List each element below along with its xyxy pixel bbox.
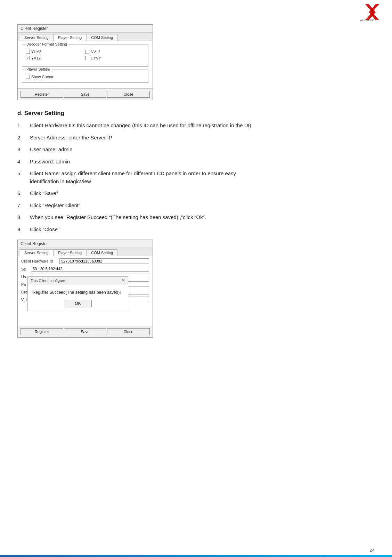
- svg-text:we connect: we connect: [360, 18, 374, 22]
- ok-button[interactable]: OK: [64, 300, 91, 307]
- decoder-group-title: Decoder Format Setting: [25, 42, 68, 46]
- list-item: 6. Click “Save”: [17, 189, 375, 197]
- list-num-4: 4.: [17, 158, 30, 166]
- list-num-7: 7.: [17, 202, 30, 210]
- tips-title: Tips:Client configure: [31, 278, 65, 283]
- list-text-5: Client Name: assign different client nam…: [30, 170, 375, 185]
- list-text-6: Click “Save”: [30, 189, 375, 197]
- checkbox-show-cursor[interactable]: [26, 75, 30, 79]
- list-text-7: Click “Register Client”: [30, 202, 375, 210]
- ok-btn-row: OK: [33, 300, 123, 307]
- list-num-3: 3.: [17, 146, 30, 154]
- checkbox-yv12[interactable]: [26, 56, 30, 60]
- dialog2-footer: Register Save Close: [18, 326, 153, 337]
- dialog2-titlebar: Client Register: [18, 240, 153, 248]
- list-item: 7. Click “Register Client”: [17, 202, 375, 210]
- list-text-4: Password: admin: [30, 158, 375, 166]
- page-content: Client Register Server Setting Player Se…: [0, 0, 392, 352]
- list-num-2: 2.: [17, 134, 30, 142]
- bottom-bar: [0, 555, 392, 557]
- tab-server-setting[interactable]: Server Setting: [20, 34, 53, 41]
- list-text-3: User name: admin: [30, 146, 375, 154]
- server-input[interactable]: [31, 266, 149, 272]
- register-button[interactable]: Register: [21, 91, 63, 98]
- tab-player-setting[interactable]: Player Setting: [54, 34, 86, 41]
- tips-message: Register Succeed(The setting has been sa…: [33, 290, 123, 295]
- list-item: 3. User name: admin: [17, 146, 375, 154]
- list-num-5: 5.: [17, 170, 30, 178]
- section-d-heading: d. Server Setting: [17, 110, 375, 117]
- dialog2-close-button[interactable]: Close: [107, 328, 150, 335]
- dialog2: Client Register Server Setting Player Se…: [17, 240, 153, 338]
- tab2-com-setting[interactable]: COM Setting: [87, 249, 117, 256]
- tab2-server-setting[interactable]: Server Setting: [20, 249, 53, 256]
- page-number: 24: [370, 548, 375, 553]
- list-item: 2. Server Address: enter the Server IP: [17, 134, 375, 142]
- list-text-2: Server Address: enter the Server IP: [30, 134, 375, 142]
- cb-yv12[interactable]: YV12: [26, 56, 85, 60]
- dialog1: Client Register Server Setting Player Se…: [17, 24, 153, 100]
- logo-icon: we connect: [357, 3, 388, 22]
- tips-popup: Tips:Client configure ✕ Register Succeed…: [27, 276, 128, 311]
- show-cursor-item[interactable]: Show Cursor: [26, 75, 145, 79]
- tips-titlebar: Tips:Client configure ✕: [28, 277, 128, 284]
- list-text-8: When you see “Register Succeed “(The set…: [30, 213, 375, 221]
- decoder-format-group: Decoder Format Setting YUY2 NV12: [22, 45, 148, 67]
- player-setting-group: Player Setting Show Cursor: [22, 70, 148, 83]
- list-num-1: 1.: [17, 122, 30, 130]
- dialog1-tabs: Server Setting Player Setting COM Settin…: [18, 33, 153, 41]
- dialog1-titlebar: Client Register: [18, 25, 153, 33]
- tips-close-icon[interactable]: ✕: [121, 278, 125, 283]
- decoder-checkboxes: YUY2 NV12 YV12 UYVY: [26, 50, 145, 60]
- dialog2-save-button[interactable]: Save: [64, 328, 107, 335]
- list-num-6: 6.: [17, 189, 30, 197]
- list-item: 1. Client Hardware ID: this cannot be ch…: [17, 122, 375, 130]
- list-num-9: 9.: [17, 226, 30, 234]
- save-button[interactable]: Save: [64, 91, 107, 98]
- dialog2-title: Client Register: [21, 241, 48, 246]
- tab2-player-setting[interactable]: Player Setting: [54, 249, 86, 256]
- dialog2-register-button[interactable]: Register: [21, 328, 63, 335]
- tab-com-setting[interactable]: COM Setting: [87, 34, 117, 41]
- list-item: 4. Password: admin: [17, 158, 375, 166]
- dialog2-body: Client Hardware Id Se Us Pa Clie Vid: [18, 256, 153, 326]
- logo-area: we connect: [357, 3, 388, 22]
- cb-uyvy[interactable]: UYVY: [85, 56, 145, 60]
- cb-nv12[interactable]: NV12: [85, 50, 145, 54]
- instruction-list: 1. Client Hardware ID: this cannot be ch…: [17, 122, 375, 233]
- hardware-id-input[interactable]: [59, 258, 149, 264]
- hardware-id-label: Client Hardware Id: [21, 259, 59, 263]
- dialog1-footer: Register Save Close: [18, 88, 153, 100]
- list-item: 5. Client Name: assign different client …: [17, 170, 375, 185]
- checkbox-uyvy[interactable]: [85, 56, 89, 60]
- checkbox-nv12[interactable]: [85, 50, 89, 54]
- dialog1-title: Client Register: [21, 26, 48, 31]
- list-item: 8. When you see “Register Succeed “(The …: [17, 213, 375, 221]
- field-hardware-id: Client Hardware Id: [21, 258, 149, 264]
- server-label: Se: [21, 266, 31, 271]
- list-num-8: 8.: [17, 213, 30, 221]
- list-text-9: Click “Close”: [30, 226, 375, 234]
- close-button[interactable]: Close: [107, 91, 150, 98]
- list-text-1: Client Hardware ID: this cannot be chang…: [30, 122, 375, 130]
- cb-yuy2[interactable]: YUY2: [26, 50, 85, 54]
- checkbox-yuy2[interactable]: [26, 50, 30, 54]
- list-item: 9. Click “Close”: [17, 226, 375, 234]
- field-server: Se: [21, 266, 149, 272]
- dialog1-body: Decoder Format Setting YUY2 NV12: [18, 41, 153, 88]
- player-group-title: Player Setting: [25, 67, 51, 71]
- dialog2-tabs: Server Setting Player Setting COM Settin…: [18, 248, 153, 256]
- show-cursor-label: Show Cursor: [31, 75, 54, 79]
- tips-body: Register Succeed(The setting has been sa…: [28, 284, 128, 311]
